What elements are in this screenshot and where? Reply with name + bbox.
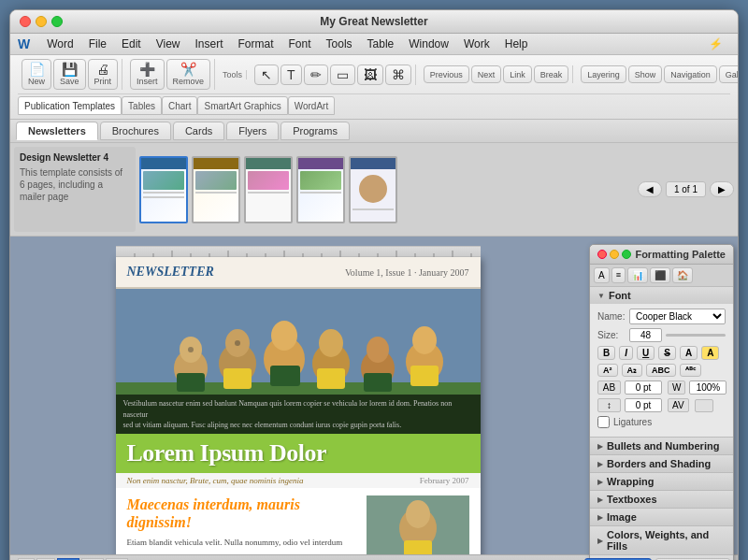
minimize-button[interactable] bbox=[36, 16, 47, 27]
menu-view[interactable]: View bbox=[149, 36, 188, 52]
fp-max-button[interactable] bbox=[622, 250, 631, 259]
pub-templates-tab[interactable]: Publication Templates bbox=[18, 96, 122, 115]
menu-insert[interactable]: Insert bbox=[188, 36, 231, 52]
fp-font-name-select[interactable]: Cooper Black bbox=[629, 309, 726, 324]
menu-tools[interactable]: Tools bbox=[319, 36, 360, 52]
tab-flyers[interactable]: Flyers bbox=[226, 122, 279, 140]
fp-format-btns-row: B I U S A A bbox=[597, 346, 726, 360]
thumb-1[interactable] bbox=[139, 156, 188, 223]
menu-lightning[interactable]: ⚡ bbox=[701, 36, 730, 52]
svg-rect-45 bbox=[404, 540, 432, 554]
print-button[interactable]: 🖨 Print bbox=[88, 59, 119, 90]
fp-italic-button[interactable]: I bbox=[619, 346, 633, 360]
menu-edit[interactable]: Edit bbox=[114, 36, 149, 52]
menu-format[interactable]: Format bbox=[231, 36, 281, 52]
horizontal-ruler bbox=[116, 246, 481, 257]
cursor-tool[interactable]: ↖ bbox=[254, 65, 279, 85]
new-button[interactable]: 📄 New bbox=[22, 59, 51, 90]
insert-button[interactable]: ➕ Insert bbox=[130, 59, 165, 90]
fp-ligatures-checkbox[interactable] bbox=[597, 416, 610, 428]
menu-help[interactable]: Help bbox=[497, 36, 536, 52]
menu-work[interactable]: Work bbox=[456, 36, 497, 52]
close-button[interactable] bbox=[20, 16, 31, 27]
remove-button[interactable]: ✂️ Remove bbox=[166, 59, 211, 90]
link-button[interactable]: Link bbox=[503, 65, 532, 83]
next-button[interactable]: Next bbox=[471, 65, 502, 83]
draw-tool[interactable]: ✏ bbox=[304, 65, 328, 85]
fp-font-size-input[interactable] bbox=[629, 328, 662, 342]
tab-cards[interactable]: Cards bbox=[173, 122, 224, 140]
save-button[interactable]: 💾 Save bbox=[53, 59, 86, 90]
fp-image-header[interactable]: ▶ Image bbox=[590, 509, 733, 525]
fp-highlight-button[interactable]: A bbox=[701, 346, 719, 360]
menu-word[interactable]: Word bbox=[39, 36, 80, 52]
fp-borders-header[interactable]: ▶ Borders and Shading bbox=[590, 455, 733, 472]
newsletter: NEWSLETTER Volume 1, Issue 1 · January 2… bbox=[116, 257, 481, 554]
menu-table[interactable]: Table bbox=[360, 36, 402, 52]
fp-textboxes-header[interactable]: ▶ Textboxes bbox=[590, 491, 733, 508]
fp-btn-1[interactable]: A bbox=[594, 267, 610, 283]
image-tool[interactable]: 🖼 bbox=[357, 65, 383, 85]
shape-tool[interactable]: ▭ bbox=[330, 65, 355, 85]
svg-point-33 bbox=[412, 326, 437, 354]
chart-tab[interactable]: Chart bbox=[162, 96, 197, 115]
tab-newsletters[interactable]: Newsletters bbox=[16, 122, 98, 140]
fp-close-button[interactable] bbox=[597, 250, 607, 259]
fp-min-button[interactable] bbox=[610, 250, 619, 259]
fp-color-a-button[interactable]: A bbox=[680, 346, 698, 360]
thumb-prev-button[interactable]: ◀ bbox=[638, 181, 662, 197]
prev-button[interactable]: Previous bbox=[424, 65, 469, 83]
fp-traffic-lights bbox=[597, 250, 631, 259]
tab-brochures[interactable]: Brochures bbox=[100, 122, 171, 140]
newsletter-body-right bbox=[367, 495, 469, 554]
break-button[interactable]: Break bbox=[534, 65, 569, 83]
tables-tab[interactable]: Tables bbox=[122, 96, 162, 115]
menu-file[interactable]: File bbox=[81, 36, 114, 52]
text-tool[interactable]: T bbox=[280, 65, 302, 85]
app-logo: W bbox=[18, 36, 30, 51]
thumb-2[interactable] bbox=[192, 156, 240, 223]
wordart-tab[interactable]: WordArt bbox=[288, 96, 336, 115]
fp-btn-4[interactable]: ⬛ bbox=[650, 267, 670, 283]
fp-smallcaps-button[interactable]: ᴬᴮᶜ bbox=[680, 364, 701, 377]
fp-superscript-button[interactable]: A² bbox=[597, 364, 618, 377]
fp-subscript-button[interactable]: A₂ bbox=[622, 364, 643, 377]
thumb-5[interactable] bbox=[349, 156, 397, 223]
fp-underline-button[interactable]: U bbox=[637, 346, 654, 360]
fp-btn-5[interactable]: 🏠 bbox=[672, 267, 693, 283]
cursor-icon: ↖ bbox=[261, 68, 272, 81]
thumb-4[interactable] bbox=[296, 156, 345, 223]
fp-spacing-input-1[interactable] bbox=[625, 381, 662, 395]
fp-colors-header[interactable]: ▶ Colors, Weights, and Fills bbox=[590, 526, 733, 554]
fp-font-size-slider[interactable] bbox=[666, 334, 726, 337]
menu-window[interactable]: Window bbox=[401, 36, 456, 52]
menu-font[interactable]: Font bbox=[281, 36, 319, 52]
fp-font-section-header[interactable]: ▼ Font bbox=[590, 287, 733, 304]
fp-title-bar: Formatting Palette bbox=[590, 245, 733, 265]
fp-spacing-input-2[interactable] bbox=[625, 398, 662, 412]
smartart-tab[interactable]: SmartArt Graphics bbox=[197, 96, 287, 115]
fp-strikethrough-button[interactable]: S bbox=[658, 346, 676, 360]
crop-tool[interactable]: ⌘ bbox=[385, 65, 411, 85]
fp-bullets-header[interactable]: ▶ Bullets and Numbering bbox=[590, 438, 733, 454]
thumb-next-button[interactable]: ▶ bbox=[710, 181, 734, 197]
image-icon: 🖼 bbox=[364, 68, 377, 81]
fp-wrapping-title: Wrapping bbox=[607, 476, 654, 487]
layering-button[interactable]: Layering bbox=[581, 65, 626, 83]
thumb-3[interactable] bbox=[244, 156, 293, 223]
maximize-button[interactable] bbox=[51, 16, 63, 27]
fp-width-input[interactable] bbox=[689, 381, 726, 395]
fp-wrapping-header[interactable]: ▶ Wrapping bbox=[590, 473, 733, 490]
show-button[interactable]: Show bbox=[628, 65, 663, 83]
fp-bold-button[interactable]: B bbox=[597, 346, 615, 360]
fp-baseline-swatch[interactable] bbox=[695, 399, 713, 412]
fp-caps-button[interactable]: ABC bbox=[646, 364, 676, 377]
navigation-button[interactable]: Navigation bbox=[664, 65, 717, 83]
gallery-button[interactable]: Gallery bbox=[719, 65, 739, 83]
fp-btn-3[interactable]: 📊 bbox=[627, 267, 648, 283]
pub-tabs-container: Newsletters Brochures Cards Flyers Progr… bbox=[10, 120, 738, 143]
newsletter-subline-date: February 2007 bbox=[420, 476, 469, 485]
traffic-lights bbox=[20, 16, 63, 27]
fp-btn-2[interactable]: ≡ bbox=[611, 267, 626, 283]
tab-programs[interactable]: Programs bbox=[280, 122, 350, 140]
